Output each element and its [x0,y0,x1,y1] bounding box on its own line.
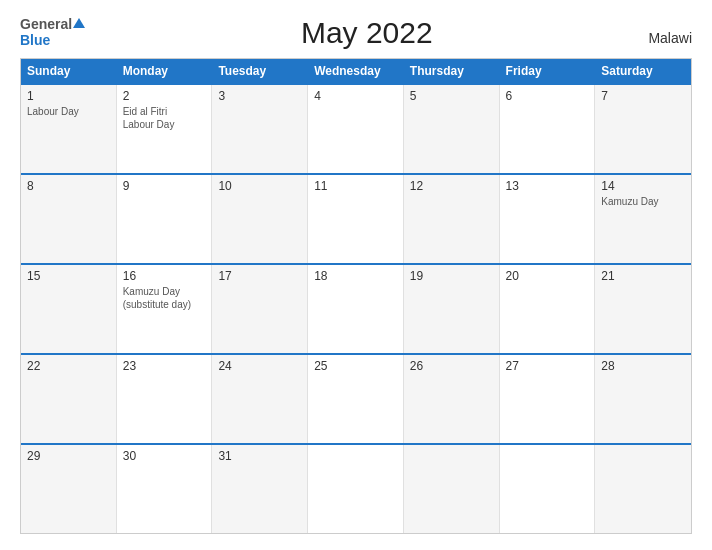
month-year-heading: May 2022 [85,16,648,50]
week-row-2: 891011121314Kamuzu Day [21,173,691,263]
day-number: 25 [314,359,397,373]
calendar-cell: 20 [500,265,596,353]
day-number: 15 [27,269,110,283]
day-number: 21 [601,269,685,283]
week-row-3: 1516Kamuzu Day(substitute day)1718192021 [21,263,691,353]
calendar-cell: 25 [308,355,404,443]
calendar-cell: 29 [21,445,117,533]
logo-triangle-icon [73,18,85,28]
day-number: 18 [314,269,397,283]
day-number: 11 [314,179,397,193]
day-of-week-monday: Monday [117,59,213,83]
day-of-week-wednesday: Wednesday [308,59,404,83]
logo-general: General [20,16,72,32]
calendar-cell: 16Kamuzu Day(substitute day) [117,265,213,353]
day-number: 22 [27,359,110,373]
logo: General Blue [20,16,85,48]
calendar-cell: 21 [595,265,691,353]
day-number: 2 [123,89,206,103]
holiday-label: Labour Day [27,105,110,118]
calendar-cell: 12 [404,175,500,263]
logo-row2: Blue [20,32,50,48]
day-number: 29 [27,449,110,463]
week-row-5: 293031 [21,443,691,533]
day-of-week-sunday: Sunday [21,59,117,83]
logo-row: General [20,16,85,32]
calendar-cell: 6 [500,85,596,173]
day-number: 27 [506,359,589,373]
day-number: 20 [506,269,589,283]
calendar-cell: 17 [212,265,308,353]
day-number: 7 [601,89,685,103]
day-of-week-friday: Friday [500,59,596,83]
day-number: 5 [410,89,493,103]
calendar-cell: 18 [308,265,404,353]
holiday-label: Kamuzu Day [601,195,685,208]
calendar-cell: 1Labour Day [21,85,117,173]
country-label: Malawi [648,30,692,50]
day-number: 24 [218,359,301,373]
day-number: 26 [410,359,493,373]
calendar-title: May 2022 [85,16,648,50]
calendar-cell: 13 [500,175,596,263]
calendar-cell [500,445,596,533]
day-number: 1 [27,89,110,103]
calendar-cell: 8 [21,175,117,263]
day-number: 6 [506,89,589,103]
day-number: 17 [218,269,301,283]
holiday-label: Kamuzu Day(substitute day) [123,285,206,311]
header: General Blue May 2022 Malawi [20,16,692,50]
calendar-cell: 31 [212,445,308,533]
calendar-cell: 11 [308,175,404,263]
week-row-4: 22232425262728 [21,353,691,443]
day-number: 16 [123,269,206,283]
calendar-cell: 2Eid al Fitri Labour Day [117,85,213,173]
week-row-1: 1Labour Day2Eid al Fitri Labour Day34567 [21,83,691,173]
calendar-cell: 26 [404,355,500,443]
calendar-cell: 27 [500,355,596,443]
calendar-cell [595,445,691,533]
holiday-label: Eid al Fitri Labour Day [123,105,206,131]
calendar-cell: 23 [117,355,213,443]
day-of-week-tuesday: Tuesday [212,59,308,83]
day-number: 28 [601,359,685,373]
day-number: 8 [27,179,110,193]
day-number: 3 [218,89,301,103]
day-number: 23 [123,359,206,373]
day-number: 4 [314,89,397,103]
calendar-cell: 15 [21,265,117,353]
calendar-cell: 30 [117,445,213,533]
calendar: SundayMondayTuesdayWednesdayThursdayFrid… [20,58,692,534]
day-number: 12 [410,179,493,193]
calendar-cell: 7 [595,85,691,173]
day-number: 14 [601,179,685,193]
calendar-cell: 3 [212,85,308,173]
day-number: 30 [123,449,206,463]
calendar-cell: 22 [21,355,117,443]
calendar-cell: 10 [212,175,308,263]
page: General Blue May 2022 Malawi SundayMonda… [0,0,712,550]
day-of-week-thursday: Thursday [404,59,500,83]
calendar-header: SundayMondayTuesdayWednesdayThursdayFrid… [21,59,691,83]
calendar-cell [404,445,500,533]
logo-blue: Blue [20,32,50,48]
day-number: 10 [218,179,301,193]
calendar-cell: 9 [117,175,213,263]
calendar-cell: 28 [595,355,691,443]
day-number: 31 [218,449,301,463]
calendar-cell: 19 [404,265,500,353]
calendar-cell: 14Kamuzu Day [595,175,691,263]
calendar-cell: 4 [308,85,404,173]
day-number: 13 [506,179,589,193]
day-of-week-saturday: Saturday [595,59,691,83]
calendar-cell: 5 [404,85,500,173]
day-number: 9 [123,179,206,193]
calendar-body: 1Labour Day2Eid al Fitri Labour Day34567… [21,83,691,533]
calendar-cell: 24 [212,355,308,443]
calendar-cell [308,445,404,533]
day-number: 19 [410,269,493,283]
